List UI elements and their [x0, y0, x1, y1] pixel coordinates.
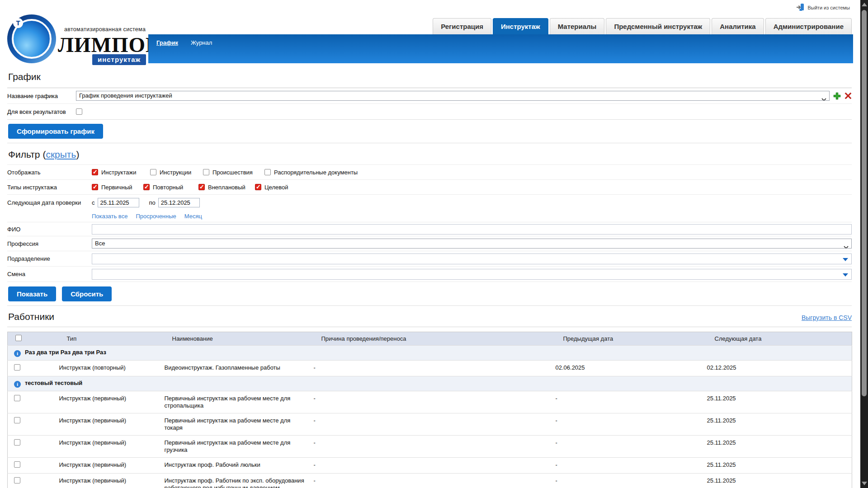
profession-select[interactable]: Все — [92, 239, 852, 249]
select-all-checkbox[interactable] — [15, 335, 22, 341]
filter-checkbox[interactable] — [255, 184, 261, 190]
row-select-cell — [8, 458, 59, 474]
subnav-link[interactable]: Журнал — [191, 39, 212, 46]
row-next-date: 25.11.2025 — [707, 391, 852, 413]
row-prev-date: - — [556, 391, 707, 413]
logout-link[interactable]: Выйти из системы — [796, 3, 850, 12]
row-checkbox[interactable] — [14, 461, 20, 468]
row-checkbox[interactable] — [14, 395, 20, 401]
row-prev-date: - — [556, 436, 707, 458]
reset-button[interactable]: Сбросить — [62, 286, 112, 301]
column-header: Предыдущая дата — [556, 332, 707, 346]
generate-schedule-button[interactable]: Сформировать график — [8, 124, 103, 139]
main-tab[interactable]: Предсменный инструктаж — [606, 18, 710, 34]
display-filter-row: Отображать ИнструктажиИнструкцииПроисшес… — [7, 165, 852, 180]
row-type: Инструктаж (первичный) — [59, 458, 165, 474]
app-window: Выйти из системы T автоматизированная си… — [0, 0, 868, 488]
fio-input[interactable] — [92, 224, 852, 235]
filter-option: Повторный — [143, 184, 198, 191]
row-prev-date: 02.06.2025 — [556, 361, 707, 376]
department-combobox[interactable] — [92, 253, 852, 264]
show-button[interactable]: Показать — [8, 286, 56, 301]
main-tab[interactable]: Инструктаж — [493, 18, 548, 34]
worker-group-row: iРаз два три Раз два три Раз — [8, 346, 852, 361]
shift-combobox[interactable] — [92, 269, 852, 280]
export-csv-link[interactable]: Выгрузить в CSV — [802, 314, 852, 321]
worker-group-name: тестовый тестовый — [25, 380, 82, 386]
department-label: Подразделение — [7, 255, 92, 262]
column-header: Следующая дата — [707, 332, 852, 346]
table-row: Инструктаж (первичный)Инструктаж проф. Р… — [8, 458, 852, 474]
filter-checkbox[interactable] — [92, 184, 98, 190]
row-checkbox[interactable] — [14, 477, 20, 483]
chevron-down-icon — [844, 243, 849, 249]
row-prev-date: - — [556, 413, 707, 436]
row-name: Первичный инструктаж на рабочем месте дл… — [165, 391, 314, 413]
filter-checkbox[interactable] — [203, 169, 209, 175]
schedule-name-row: Название графика График проведения инстр… — [7, 88, 852, 103]
quick-filter-link[interactable]: Показать все — [92, 213, 127, 220]
main-tab[interactable]: Администрирование — [765, 18, 852, 34]
row-name: Инструктаж проф. Рабочий люльки — [165, 458, 314, 474]
info-icon[interactable]: i — [14, 350, 21, 357]
row-type: Инструктаж (первичный) — [59, 391, 165, 413]
row-reason: - — [314, 391, 556, 413]
delete-schedule-icon[interactable] — [844, 92, 852, 99]
quick-filter-link[interactable]: Просроченные — [136, 213, 176, 220]
row-type: Инструктаж (первичный) — [59, 474, 165, 488]
workers-title: Работники — [8, 311, 54, 322]
worker-group-row: iтестовый тестовый — [8, 376, 852, 391]
date-from-input[interactable] — [98, 198, 139, 207]
add-schedule-icon[interactable] — [833, 92, 841, 100]
subnav-link[interactable]: График — [156, 39, 178, 46]
row-checkbox[interactable] — [14, 364, 20, 371]
row-reason: - — [314, 413, 556, 436]
main-tab[interactable]: Регистрация — [433, 18, 491, 34]
shift-label: Смена — [7, 271, 92, 277]
next-date-row: Следующая дата проверки с по — [7, 195, 852, 211]
filter-hide-link[interactable]: скрыть — [46, 149, 76, 160]
profession-row: Профессия Все — [7, 236, 852, 251]
filter-checkbox[interactable] — [264, 169, 271, 175]
date-to-input[interactable] — [158, 198, 200, 207]
filter-option-label: Повторный — [153, 184, 183, 191]
filter-option-label: Инструктажи — [101, 169, 136, 176]
next-date-label: Следующая дата проверки — [7, 199, 92, 206]
filter-checkbox[interactable] — [143, 184, 150, 190]
subnav-bar: ГрафикЖурнал — [148, 34, 853, 63]
main-tabs: РегистрацияИнструктажМатериалыПредсменны… — [433, 18, 852, 34]
row-checkbox[interactable] — [14, 439, 20, 446]
workers-table: ТипНаименованиеПричина проведения/перено… — [7, 332, 852, 488]
filter-checkbox[interactable] — [150, 169, 156, 175]
quick-filter-link[interactable]: Месяц — [184, 213, 202, 220]
scrollbar-thumb[interactable] — [862, 10, 867, 396]
page-content: График Название графика График проведени… — [7, 63, 852, 488]
main-tab[interactable]: Материалы — [550, 18, 605, 34]
all-results-checkbox[interactable] — [76, 108, 82, 115]
scroll-down-icon[interactable] — [862, 482, 867, 485]
info-icon[interactable]: i — [14, 381, 21, 388]
schedule-name-select[interactable]: График проведения инструктажей — [76, 91, 830, 101]
filter-checkbox[interactable] — [92, 169, 98, 175]
table-row: Инструктаж (повторный)Видеоинструктаж. Г… — [8, 361, 852, 376]
filter-title: Фильтр (скрыть) — [8, 149, 852, 160]
filter-checkbox[interactable] — [198, 184, 205, 190]
row-prev-date: - — [556, 474, 707, 488]
browser-scrollbar[interactable] — [860, 0, 868, 488]
chevron-down-icon — [821, 95, 826, 101]
row-checkbox[interactable] — [14, 417, 20, 423]
subnav-links: ГрафикЖурнал — [156, 39, 212, 46]
row-select-cell — [8, 361, 59, 376]
main-tab[interactable]: Аналитика — [712, 18, 764, 34]
all-results-row: Для всех результатов — [7, 104, 852, 119]
row-select-cell — [8, 391, 59, 413]
types-filter-label: Типы инструктажа — [7, 184, 92, 191]
shift-row: Смена — [7, 267, 852, 282]
filter-option-label: Происшествия — [212, 169, 253, 176]
scroll-up-icon[interactable] — [862, 3, 867, 6]
filter-option: Целевой — [255, 184, 305, 191]
filter-option: Инструкции — [150, 169, 203, 176]
row-name: Инструктаж проф. Работник по эксп. обору… — [165, 474, 314, 488]
logo-system-label: автоматизированная система — [64, 26, 146, 33]
row-select-cell — [8, 436, 59, 458]
